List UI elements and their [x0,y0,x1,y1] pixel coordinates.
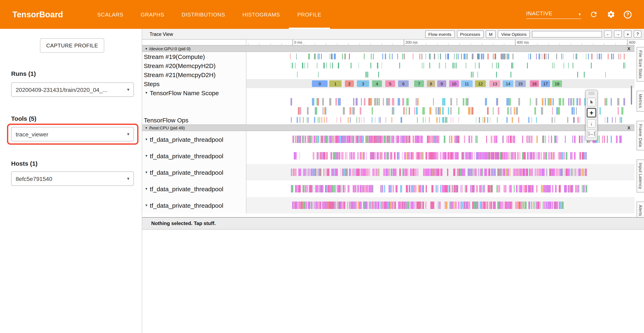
trace-event[interactable] [486,152,486,160]
trace-event[interactable] [555,136,557,143]
trace-event[interactable] [452,185,452,192]
trace-event[interactable] [410,202,412,209]
trace-event[interactable] [578,185,580,192]
trace-event[interactable] [384,202,386,209]
trace-event[interactable] [416,202,418,209]
trace-event[interactable] [539,152,540,160]
trace-event[interactable] [454,152,455,160]
vertical-scrollbar[interactable] [631,86,632,105]
trace-event[interactable] [351,63,352,68]
row-label[interactable]: Steps [142,79,246,88]
trace-event[interactable] [516,202,517,209]
trace-event[interactable] [543,202,545,209]
trace-event[interactable] [584,152,586,160]
trace-event[interactable] [371,152,372,160]
trace-event[interactable] [444,136,446,143]
trace-event[interactable] [488,185,490,192]
trace-event[interactable] [442,117,443,123]
trace-event[interactable] [461,54,462,59]
trace-event[interactable] [573,98,574,106]
row-label[interactable]: ▾tf_data_private_threadpool [142,164,246,180]
trace-event[interactable] [624,54,625,59]
trace-event[interactable] [480,202,482,209]
trace-event[interactable] [443,117,444,123]
step-block[interactable]: 4 [372,80,382,87]
trace-event[interactable] [490,202,492,209]
trace-event[interactable] [447,168,448,176]
trace-event[interactable] [330,54,330,59]
trace-event[interactable] [385,54,386,59]
trace-event[interactable] [544,152,544,160]
trace-event[interactable] [291,63,291,68]
trace-event[interactable] [542,54,542,59]
trace-event[interactable] [404,54,404,59]
trace-event[interactable] [580,117,580,123]
trace-event[interactable] [359,202,360,209]
trace-event[interactable] [399,98,400,106]
trace-event[interactable] [598,136,600,143]
trace-event[interactable] [449,185,450,192]
trace-event[interactable] [434,152,436,160]
trace-event[interactable] [447,117,448,123]
trace-event[interactable] [319,152,320,160]
trace-event[interactable] [487,107,489,114]
trace-event[interactable] [298,168,299,176]
trace-event[interactable] [323,202,325,209]
trace-event[interactable] [505,152,506,160]
trace-event[interactable] [516,168,518,176]
trace-event[interactable] [493,152,495,160]
trace-track[interactable] [246,106,634,116]
step-block[interactable]: 3 [357,80,369,87]
trace-event[interactable] [597,54,598,59]
trace-event[interactable] [443,152,445,160]
trace-event[interactable] [308,185,308,192]
trace-event[interactable] [357,185,358,192]
trace-event[interactable] [573,54,574,59]
trace-event[interactable] [416,202,416,209]
trace-event[interactable] [395,202,396,209]
trace-event[interactable] [358,168,360,176]
trace-event[interactable] [484,185,485,192]
trace-event[interactable] [454,136,455,143]
trace-event[interactable] [481,185,482,192]
trace-event[interactable] [316,168,317,176]
trace-event[interactable] [292,63,293,68]
trace-event[interactable] [472,185,474,192]
trace-event[interactable] [416,152,418,160]
right-tab-metrics[interactable]: Metrics [636,91,644,112]
trace-event[interactable] [472,54,472,59]
trace-event[interactable] [318,54,318,59]
step-block[interactable]: 13 [490,80,500,87]
trace-event[interactable] [319,54,320,59]
trace-event[interactable] [416,136,416,143]
trace-event[interactable] [319,168,319,176]
trace-event[interactable] [340,136,341,143]
trace-event[interactable] [483,54,484,59]
trace-event[interactable] [337,117,337,123]
trace-event[interactable] [469,152,471,160]
trace-event[interactable] [402,54,403,59]
trace-event[interactable] [545,136,546,143]
trace-event[interactable] [497,117,498,123]
trace-event[interactable] [537,202,538,209]
trace-event[interactable] [509,98,511,106]
trace-event[interactable] [568,185,570,192]
trace-event[interactable] [400,185,402,192]
trace-event[interactable] [341,152,343,160]
trace-event[interactable] [555,185,557,192]
trace-event[interactable] [482,152,483,160]
trace-event[interactable] [584,72,585,78]
trace-event[interactable] [397,185,398,192]
capture-profile-button[interactable]: CAPTURE PROFILE [40,38,104,53]
trace-event[interactable] [456,63,457,68]
trace-event[interactable] [575,168,577,176]
trace-event[interactable] [412,152,414,160]
trace-event[interactable] [620,136,621,143]
trace-event[interactable] [524,168,525,176]
row-label[interactable]: Stream #21(MemcpyD2H) [142,70,246,79]
trace-event[interactable] [582,168,583,176]
zoom-tool-button[interactable]: + [587,108,596,118]
trace-event[interactable] [523,185,525,192]
trace-event[interactable] [402,202,402,209]
trace-event[interactable] [550,98,552,106]
